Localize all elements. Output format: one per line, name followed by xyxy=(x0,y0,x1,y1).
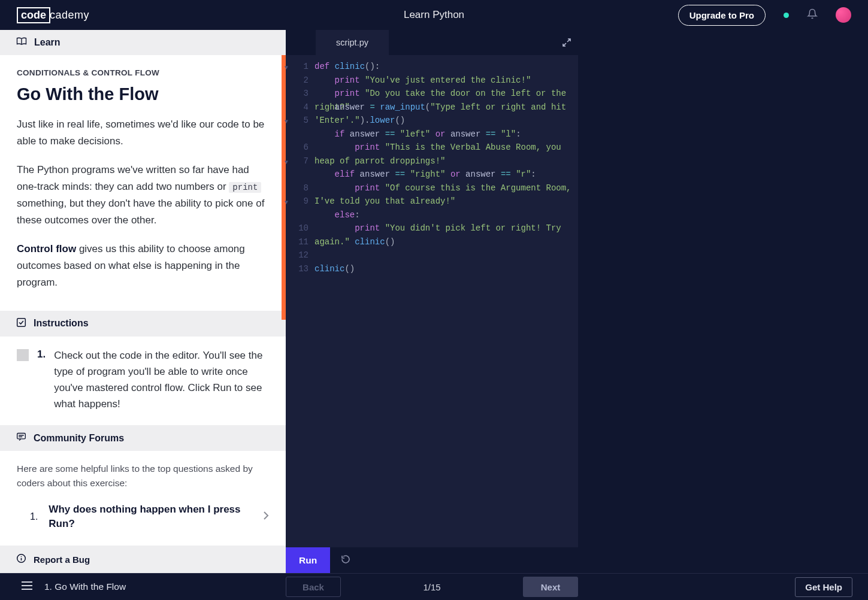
lesson-body: CONDITIONALS & CONTROL FLOW Go With the … xyxy=(0,55,286,311)
report-bug-button[interactable]: Report a Bug xyxy=(0,546,286,573)
lesson-paragraph: Just like in real life, sometimes we'd l… xyxy=(17,116,269,150)
instruction-checkbox[interactable] xyxy=(17,349,29,361)
instruction-number: 1. xyxy=(37,349,46,360)
lesson-paragraph: The Python programs we've written so far… xyxy=(17,162,269,229)
menu-icon[interactable] xyxy=(22,581,32,592)
lesson-title: Go With the Flow xyxy=(17,84,269,104)
code-content[interactable]: def clinic(): print "You've just entered… xyxy=(314,60,578,547)
book-icon xyxy=(16,37,27,49)
svg-rect-0 xyxy=(17,318,26,326)
top-navbar: codecademy Learn Python Upgrade to Pro xyxy=(0,0,868,30)
forum-item-number: 1. xyxy=(30,511,38,522)
code-editor[interactable]: ▼1 2 3 4 ▼5 6 ▼7 8 ▼9 10 11 12 13 def cl… xyxy=(286,55,578,547)
forums-label: Community Forums xyxy=(34,433,124,444)
course-title: Learn Python xyxy=(404,9,464,21)
chat-icon xyxy=(16,432,26,444)
main-content: Learn CONDITIONALS & CONTROL FLOW Go Wit… xyxy=(0,30,868,573)
bell-icon[interactable] xyxy=(807,8,818,22)
expand-icon[interactable] xyxy=(562,30,571,55)
instruction-text: Check out the code in the editor. You'll… xyxy=(54,347,269,413)
run-bar: Run xyxy=(286,547,578,573)
reset-icon[interactable] xyxy=(341,554,350,566)
instructions-header: Instructions xyxy=(0,311,286,337)
logo[interactable]: codecademy xyxy=(17,7,89,23)
code-chip: print xyxy=(229,182,261,193)
forums-intro: Here are some helpful links to the top q… xyxy=(17,462,269,490)
back-button[interactable]: Back xyxy=(286,577,341,597)
bottom-bar: 1. Go With the Flow Back 1/15 Next Get H… xyxy=(0,573,868,600)
instruction-block: 1. Check out the code in the editor. You… xyxy=(0,337,286,426)
upgrade-button[interactable]: Upgrade to Pro xyxy=(678,5,766,26)
run-button[interactable]: Run xyxy=(286,547,330,573)
editor-tab[interactable]: script.py xyxy=(316,30,389,55)
learn-tab[interactable]: Learn xyxy=(0,30,286,55)
learn-label: Learn xyxy=(34,37,61,48)
svg-rect-1 xyxy=(17,434,26,439)
forum-block: Here are some helpful links to the top q… xyxy=(0,451,286,546)
forums-header: Community Forums xyxy=(0,425,286,451)
forum-item-text: Why does nothing happen when I press Run… xyxy=(49,502,252,531)
instructions-label: Instructions xyxy=(34,318,89,329)
notification-dot-icon[interactable] xyxy=(784,13,789,18)
chevron-right-icon xyxy=(263,511,269,523)
terminal-panel[interactable] xyxy=(578,30,868,573)
breadcrumb: CONDITIONALS & CONTROL FLOW xyxy=(17,68,269,77)
editor-filename: script.py xyxy=(336,38,368,47)
checkbox-icon xyxy=(16,317,26,330)
report-bug-label: Report a Bug xyxy=(34,554,90,565)
lesson-panel: Learn CONDITIONALS & CONTROL FLOW Go Wit… xyxy=(0,30,286,573)
editor-tabbar: script.py xyxy=(286,30,578,55)
scrollbar[interactable] xyxy=(282,55,286,320)
code-editor-panel: script.py ▼1 2 3 4 ▼5 6 ▼7 8 ▼9 10 11 12… xyxy=(286,30,578,573)
next-button[interactable]: Next xyxy=(523,577,578,597)
lesson-paragraph: Control flow gives us this ability to ch… xyxy=(17,241,269,291)
gutter: ▼1 2 3 4 ▼5 6 ▼7 8 ▼9 10 11 12 13 xyxy=(286,60,314,547)
progress-indicator: 1/15 xyxy=(423,582,440,592)
get-help-button[interactable]: Get Help xyxy=(795,577,852,597)
forum-link[interactable]: 1. Why does nothing happen when I press … xyxy=(17,499,269,535)
lesson-indicator: 1. Go With the Flow xyxy=(44,581,126,592)
info-icon xyxy=(16,553,26,565)
avatar[interactable] xyxy=(836,7,851,23)
